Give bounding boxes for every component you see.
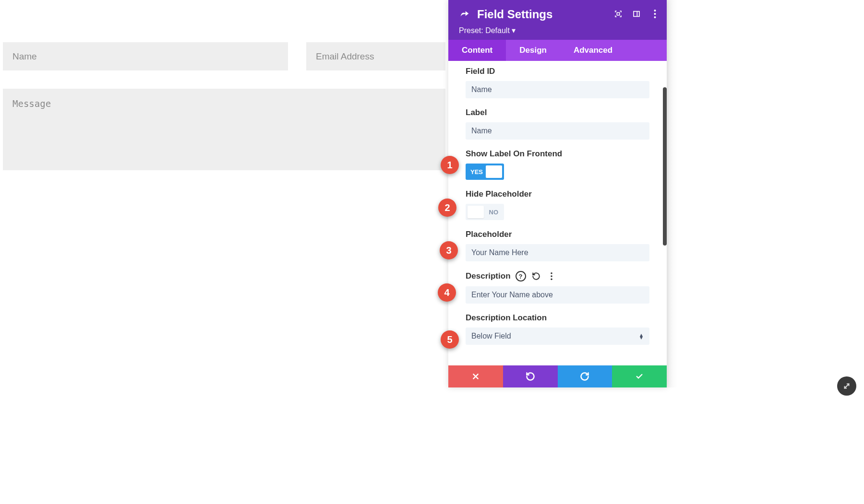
field-id-label: Field ID: [466, 67, 649, 76]
svg-point-6: [551, 272, 552, 274]
tab-design[interactable]: Design: [506, 40, 560, 61]
annotation-badge-2: 2: [438, 199, 456, 217]
svg-point-3: [654, 10, 656, 12]
field-id-input[interactable]: [466, 81, 649, 98]
placeholder-input[interactable]: [466, 244, 649, 261]
svg-rect-1: [634, 12, 639, 17]
form-canvas: [0, 0, 448, 504]
hide-placeholder-label: Hide Placeholder: [466, 189, 649, 199]
toggle-no-text: NO: [489, 209, 499, 216]
description-location-label: Description Location: [466, 313, 649, 323]
description-label-text: Description: [466, 271, 511, 281]
tab-advanced[interactable]: Advanced: [560, 40, 626, 61]
redo-button[interactable]: [558, 365, 612, 387]
hide-placeholder-toggle[interactable]: NO: [466, 204, 504, 220]
settings-sidebar: Field Settings Preset: Default ▾ Content…: [448, 0, 667, 387]
cancel-button[interactable]: [448, 365, 503, 387]
help-icon[interactable]: ?: [516, 271, 526, 281]
email-input[interactable]: [306, 42, 445, 70]
tabs: Content Design Advanced: [448, 40, 667, 61]
select-value: Below Field: [471, 332, 511, 340]
show-label-label: Show Label On Frontend: [466, 149, 649, 159]
tab-content[interactable]: Content: [448, 40, 506, 61]
annotation-badge-4: 4: [438, 283, 456, 302]
scrollbar-thumb[interactable]: [663, 87, 667, 246]
back-arrow-icon[interactable]: [459, 9, 470, 20]
sidebar-shadow: [667, 0, 677, 387]
panel-icon[interactable]: [632, 10, 641, 18]
kebab-menu-icon[interactable]: [650, 10, 659, 18]
annotation-badge-5: 5: [441, 330, 459, 349]
message-textarea[interactable]: [3, 89, 445, 170]
svg-line-11: [845, 384, 849, 388]
name-input[interactable]: [3, 42, 288, 70]
caret-down-icon: ▾: [512, 26, 516, 35]
label-input[interactable]: [466, 122, 649, 140]
expand-fab[interactable]: [837, 376, 856, 396]
save-button[interactable]: [612, 365, 667, 387]
svg-point-7: [551, 275, 552, 277]
sidebar-footer: [448, 365, 667, 387]
reset-icon[interactable]: [531, 271, 541, 281]
undo-button[interactable]: [503, 365, 558, 387]
toggle-knob: [486, 165, 502, 178]
settings-body: Field ID Label Show Label On Frontend YE…: [448, 61, 667, 365]
expand-icon[interactable]: [614, 10, 623, 18]
sidebar-title: Field Settings: [477, 8, 552, 21]
select-caret-icon: ▴▾: [640, 333, 643, 339]
label-label: Label: [466, 108, 649, 117]
svg-point-4: [654, 13, 656, 15]
placeholder-label: Placeholder: [466, 230, 649, 239]
annotation-badge-3: 3: [440, 241, 458, 259]
annotation-badge-1: 1: [441, 156, 459, 174]
description-label: Description ?: [466, 271, 649, 281]
description-input[interactable]: [466, 286, 649, 304]
svg-point-5: [654, 16, 656, 18]
show-label-toggle[interactable]: YES: [466, 164, 504, 180]
kebab-menu-icon[interactable]: [546, 271, 557, 281]
svg-rect-0: [617, 12, 619, 15]
svg-point-8: [551, 278, 552, 280]
preset-dropdown[interactable]: Preset: Default ▾: [459, 26, 656, 35]
preset-label: Preset: Default: [459, 26, 510, 35]
sidebar-header: Field Settings Preset: Default ▾: [448, 0, 667, 40]
toggle-yes-text: YES: [470, 168, 483, 176]
description-location-select[interactable]: Below Field ▴▾: [466, 328, 649, 345]
toggle-knob: [468, 206, 484, 218]
